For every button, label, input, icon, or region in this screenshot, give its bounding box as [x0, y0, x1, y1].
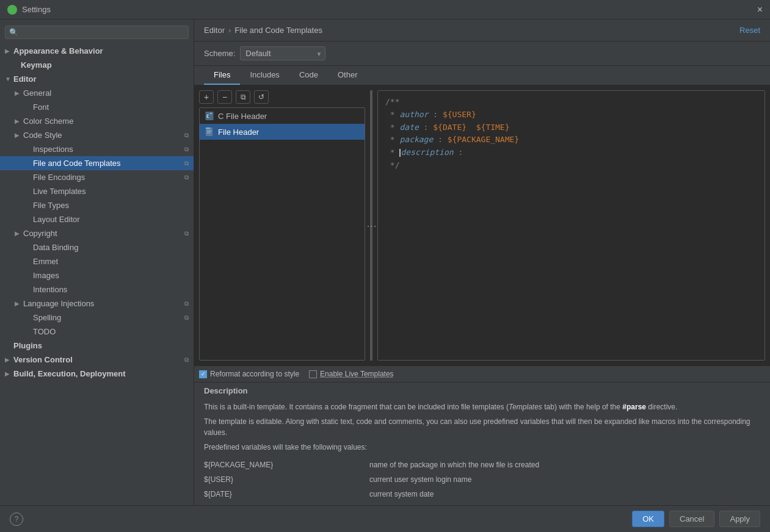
- sidebar-item-keymap[interactable]: Keymap: [0, 58, 194, 72]
- window-title: Settings: [22, 5, 757, 14]
- templates-area: + − ⧉ ↺ C C: [194, 85, 770, 365]
- description-paragraph-2: The template is editable. Along with sta…: [204, 416, 760, 438]
- sidebar-item-layout-editor[interactable]: Layout Editor: [0, 212, 194, 226]
- remove-template-button[interactable]: −: [217, 90, 232, 104]
- add-template-button[interactable]: +: [199, 90, 214, 104]
- code-line-5: * description :: [385, 146, 757, 159]
- sidebar-item-version-control[interactable]: ▶ Version Control ⧉: [0, 353, 194, 367]
- sidebar-item-label: Color Scheme: [23, 117, 189, 126]
- checkmark-icon: ✓: [201, 371, 206, 377]
- sidebar-item-label: Code Style: [23, 131, 182, 140]
- variable-name-package: ${PACKAGE_NAME}: [204, 458, 369, 472]
- badge-icon: ⧉: [184, 314, 189, 322]
- search-box[interactable]: 🔍: [5, 26, 189, 39]
- copy-template-button[interactable]: ⧉: [236, 90, 250, 104]
- live-templates-checkbox[interactable]: [309, 370, 317, 378]
- sidebar-item-label: Layout Editor: [33, 215, 189, 224]
- close-button[interactable]: ×: [757, 5, 763, 15]
- template-name-c-file-header: C File Header: [218, 112, 267, 121]
- sidebar-item-editor[interactable]: ▼ Editor: [0, 72, 194, 86]
- sidebar-item-label: Font: [33, 102, 189, 112]
- app-icon: [7, 5, 17, 15]
- sidebar-item-data-binding[interactable]: Data Binding: [0, 240, 194, 254]
- reset-template-button[interactable]: ↺: [254, 90, 269, 104]
- sidebar-item-inspections[interactable]: Inspections ⧉: [0, 142, 194, 156]
- breadcrumb-current: File and Code Templates: [234, 26, 322, 35]
- description-paragraph-3: Predefined variables will take the follo…: [204, 442, 760, 453]
- tab-files[interactable]: Files: [204, 66, 240, 85]
- ok-button[interactable]: OK: [632, 511, 664, 527]
- titlebar: Settings ×: [0, 0, 770, 20]
- description-header: Description: [194, 383, 770, 398]
- svg-rect-5: [206, 128, 210, 129]
- tabs-bar: Files Includes Code Other: [194, 66, 770, 85]
- reset-button[interactable]: Reset: [739, 26, 760, 35]
- scheme-label: Scheme:: [204, 49, 235, 58]
- template-item-file-header[interactable]: File Header: [200, 124, 365, 140]
- sidebar-item-language-injections[interactable]: ▶ Language Injections ⧉: [0, 297, 194, 311]
- sidebar-item-label: Version Control: [13, 355, 182, 364]
- badge-icon: ⧉: [184, 300, 189, 307]
- description-content: This is a built-in template. It contains…: [194, 398, 770, 505]
- reformat-checkbox-row: ✓ Reformat according to style: [199, 370, 299, 378]
- sidebar-item-plugins[interactable]: Plugins: [0, 339, 194, 353]
- sidebar-item-emmet[interactable]: Emmet: [0, 254, 194, 268]
- templates-italic: Templates: [509, 403, 542, 411]
- sidebar-item-general[interactable]: ▶ General: [0, 86, 194, 100]
- sidebar-item-font[interactable]: Font: [0, 100, 194, 114]
- help-button[interactable]: ?: [10, 512, 23, 526]
- table-row: ${USER} current user system login name: [204, 472, 760, 487]
- footer: ? OK Cancel Apply: [0, 505, 770, 532]
- sidebar-item-file-encodings[interactable]: File Encodings ⧉: [0, 170, 194, 184]
- sidebar-item-appearance-behavior[interactable]: ▶ Appearance & Behavior: [0, 44, 194, 58]
- sidebar-item-copyright[interactable]: ▶ Copyright ⧉: [0, 226, 194, 240]
- variables-table: ${PACKAGE_NAME} name of the package in w…: [204, 458, 760, 501]
- template-list: C C File Header: [199, 107, 365, 361]
- sidebar-item-label: Inspections: [33, 145, 182, 154]
- sidebar-item-intentions[interactable]: Intentions: [0, 282, 194, 297]
- code-editor[interactable]: /** * author : ${USER} * date : ${DATE} …: [377, 90, 765, 361]
- sidebar-item-label: Emmet: [33, 257, 189, 266]
- sidebar-item-build-execution-deployment[interactable]: ▶ Build, Execution, Deployment: [0, 367, 194, 381]
- template-item-c-file-header[interactable]: C C File Header: [200, 108, 365, 124]
- arrow-icon: ▶: [15, 90, 21, 96]
- tab-includes[interactable]: Includes: [240, 66, 289, 85]
- sidebar-item-label: Build, Execution, Deployment: [13, 369, 189, 378]
- sidebar-item-live-templates[interactable]: Live Templates: [0, 184, 194, 198]
- panel-resizer[interactable]: ⋮: [370, 90, 372, 361]
- reformat-label: Reformat according to style: [210, 370, 299, 378]
- tab-code[interactable]: Code: [289, 66, 328, 85]
- live-templates-checkbox-row: Enable Live Templates: [309, 370, 394, 378]
- scheme-row: Scheme: Default Project ▼: [194, 41, 770, 66]
- description-panel: Description This is a built-in template.…: [194, 382, 770, 505]
- sidebar-item-code-style[interactable]: ▶ Code Style ⧉: [0, 128, 194, 142]
- badge-icon: ⧉: [184, 356, 189, 364]
- template-list-panel: + − ⧉ ↺ C C: [199, 90, 365, 361]
- parse-bold: #parse: [622, 403, 646, 411]
- template-toolbar: + − ⧉ ↺: [199, 90, 365, 104]
- scheme-select-wrapper: Default Project ▼: [240, 46, 325, 60]
- sidebar-item-todo[interactable]: TODO: [0, 325, 194, 339]
- sidebar-item-label: Keymap: [21, 60, 189, 70]
- sidebar-item-file-and-code-templates[interactable]: File and Code Templates ⧉: [0, 156, 194, 170]
- sidebar-item-label: File Encodings: [33, 173, 182, 182]
- cancel-button[interactable]: Cancel: [669, 511, 714, 527]
- tab-other[interactable]: Other: [328, 66, 368, 85]
- scheme-select[interactable]: Default Project: [240, 46, 325, 60]
- apply-button[interactable]: Apply: [719, 511, 760, 527]
- reformat-checkbox[interactable]: ✓: [199, 370, 207, 378]
- table-row: ${DATE} current system date: [204, 487, 760, 501]
- resizer-dots: ⋮: [366, 221, 377, 230]
- description-paragraph-1: This is a built-in template. It contains…: [204, 401, 760, 412]
- search-input[interactable]: [21, 28, 184, 37]
- sidebar-item-file-types[interactable]: File Types: [0, 198, 194, 212]
- breadcrumb-path: Editor › File and Code Templates: [204, 26, 322, 35]
- sidebar-item-images[interactable]: Images: [0, 268, 194, 282]
- arrow-icon: ▶: [5, 48, 11, 54]
- sidebar-item-spelling[interactable]: Spelling ⧉: [0, 311, 194, 325]
- breadcrumb-bar: Editor › File and Code Templates Reset: [194, 20, 770, 41]
- sidebar-item-label: General: [23, 88, 189, 98]
- sidebar-item-color-scheme[interactable]: ▶ Color Scheme: [0, 114, 194, 128]
- sidebar-item-label: Appearance & Behavior: [13, 46, 189, 56]
- variable-desc-package: name of the package in which the new fil…: [369, 458, 760, 472]
